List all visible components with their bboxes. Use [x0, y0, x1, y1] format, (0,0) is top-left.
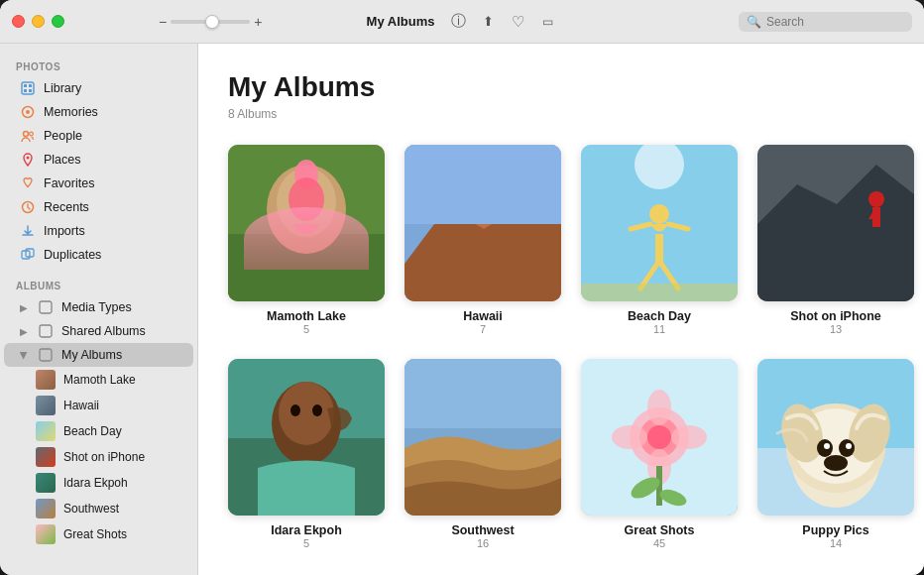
- titlebar-center: My Albums ⓘ ⬆ ♡ ▭: [367, 12, 558, 32]
- svg-point-48: [647, 390, 671, 425]
- media-types-icon: [38, 299, 54, 315]
- album-cover-beach-day: [581, 145, 738, 301]
- maximize-button[interactable]: [52, 15, 64, 28]
- sidebar-subitem-shot-iphone[interactable]: Shot on iPhone: [4, 444, 193, 470]
- album-item-southwest[interactable]: Southwest 16: [404, 359, 561, 549]
- album-item-mamoth-lake[interactable]: Mamoth Lake 5: [228, 145, 385, 335]
- sidebar-label-idara: Idara Ekpoh: [63, 476, 128, 490]
- album-name-hawaii: Hawaii: [463, 309, 503, 323]
- svg-point-9: [27, 157, 30, 160]
- svg-rect-14: [40, 325, 52, 337]
- zoom-plus-button[interactable]: +: [254, 15, 262, 29]
- sidebar-subitem-idara[interactable]: Idara Ekpoh: [4, 470, 193, 496]
- album-item-beach-day[interactable]: Beach Day 11: [581, 145, 738, 335]
- sidebar-label-duplicates: Duplicates: [44, 248, 101, 262]
- sidebar-item-recents[interactable]: Recents: [4, 195, 193, 219]
- album-count-shot-iphone: 13: [830, 323, 842, 335]
- svg-rect-4: [29, 89, 32, 92]
- subitem-thumb-idara: [36, 473, 56, 493]
- sidebar-item-media-types[interactable]: ▶ Media Types: [4, 295, 193, 319]
- svg-point-39: [279, 382, 334, 445]
- svg-point-40: [290, 404, 300, 416]
- album-name-southwest: Southwest: [451, 523, 514, 537]
- frame-icon[interactable]: ▭: [537, 12, 557, 32]
- search-icon: 🔍: [747, 15, 761, 29]
- sidebar-subitem-southwest[interactable]: Southwest: [4, 496, 193, 521]
- search-box[interactable]: 🔍: [739, 12, 912, 32]
- album-item-idara[interactable]: Idara Ekpoh 5: [228, 359, 385, 549]
- sidebar-label-recents: Recents: [44, 200, 89, 214]
- svg-point-8: [30, 132, 34, 136]
- sidebar-label-media-types: Media Types: [61, 300, 132, 314]
- svg-point-64: [824, 443, 830, 449]
- sidebar-item-favorites[interactable]: Favorites: [4, 172, 193, 195]
- sidebar-item-duplicates[interactable]: Duplicates: [4, 243, 193, 267]
- search-input[interactable]: [766, 15, 904, 29]
- album-cover-idara: [228, 359, 385, 516]
- close-button[interactable]: [12, 15, 25, 28]
- share-icon[interactable]: ⬆: [478, 12, 498, 32]
- sidebar-item-places[interactable]: Places: [4, 148, 193, 172]
- album-name-mamoth-lake: Mamoth Lake: [267, 309, 346, 323]
- album-count-beach-day: 11: [653, 323, 665, 335]
- svg-rect-13: [40, 301, 52, 313]
- sidebar-label-imports: Imports: [44, 224, 85, 238]
- app-window: − + My Albums ⓘ ⬆ ♡ ▭ 🔍 Photos: [0, 0, 924, 575]
- svg-rect-32: [581, 284, 738, 301]
- expand-icon-media: ▶: [20, 302, 28, 313]
- album-name-idara: Idara Ekpoh: [271, 523, 342, 537]
- album-name-puppy-pics: Puppy Pics: [802, 523, 868, 537]
- expand-icon-shared: ▶: [20, 326, 28, 337]
- sidebar-item-my-albums[interactable]: ▶ My Albums: [4, 343, 193, 367]
- sidebar-item-people[interactable]: People: [4, 124, 193, 148]
- album-count-idara: 5: [303, 537, 309, 549]
- titlebar-icons: ⓘ ⬆ ♡ ▭: [448, 12, 557, 32]
- page-subtitle: 8 Albums: [228, 107, 894, 121]
- album-item-great-shots[interactable]: Great Shots 45: [581, 359, 738, 549]
- svg-point-65: [846, 443, 852, 449]
- heart-icon[interactable]: ♡: [508, 12, 527, 32]
- album-cover-great-shots: [581, 359, 738, 516]
- sidebar-item-shared-albums[interactable]: ▶ Shared Albums: [4, 319, 193, 343]
- svg-point-41: [312, 404, 322, 416]
- svg-rect-0: [22, 82, 34, 94]
- sidebar-label-shared-albums: Shared Albums: [61, 324, 146, 338]
- sidebar-label-mamoth-lake: Mamoth Lake: [63, 373, 136, 387]
- favorites-icon: [20, 175, 36, 191]
- subitem-thumb-beach-day: [36, 421, 56, 441]
- sidebar-item-imports[interactable]: Imports: [4, 219, 193, 243]
- subitem-thumb-hawaii: [36, 396, 56, 415]
- sidebar-section-photos: Photos: [0, 54, 197, 76]
- album-item-shot-iphone[interactable]: Shot on iPhone 13: [757, 145, 914, 335]
- sidebar-subitem-great-shots[interactable]: Great Shots: [4, 521, 193, 547]
- album-name-great-shots: Great Shots: [625, 523, 695, 537]
- page-title: My Albums: [228, 71, 894, 103]
- svg-point-6: [26, 110, 30, 114]
- info-icon[interactable]: ⓘ: [448, 12, 468, 32]
- sidebar: Photos Library: [0, 44, 198, 575]
- expand-icon-my-albums: ▶: [19, 351, 30, 359]
- content-area: My Albums 8 Albums: [198, 44, 924, 575]
- svg-point-26: [649, 204, 669, 224]
- sidebar-subitem-mamoth-lake[interactable]: Mamoth Lake: [4, 367, 193, 393]
- sidebar-item-memories[interactable]: Memories: [4, 100, 193, 124]
- library-icon: [20, 80, 36, 96]
- svg-point-50: [612, 425, 647, 449]
- minimize-button[interactable]: [32, 15, 45, 28]
- sidebar-label-shot-iphone: Shot on iPhone: [63, 450, 145, 464]
- sidebar-label-beach-day: Beach Day: [63, 424, 122, 438]
- svg-rect-17: [228, 234, 385, 301]
- recents-icon: [20, 199, 36, 215]
- zoom-minus-button[interactable]: −: [159, 15, 167, 29]
- album-item-puppy-pics[interactable]: Puppy Pics 14: [757, 359, 914, 549]
- subitem-thumb-great-shots: [36, 524, 56, 544]
- sidebar-label-favorites: Favorites: [44, 176, 94, 190]
- album-item-hawaii[interactable]: Hawaii 7: [404, 145, 561, 335]
- svg-point-7: [24, 132, 29, 137]
- album-name-shot-iphone: Shot on iPhone: [790, 309, 881, 323]
- sidebar-subitem-beach-day[interactable]: Beach Day: [4, 418, 193, 444]
- sidebar-label-places: Places: [44, 153, 81, 167]
- sidebar-item-library[interactable]: Library: [4, 76, 193, 100]
- sidebar-subitem-hawaii[interactable]: Hawaii: [4, 393, 193, 418]
- zoom-slider[interactable]: [171, 20, 250, 24]
